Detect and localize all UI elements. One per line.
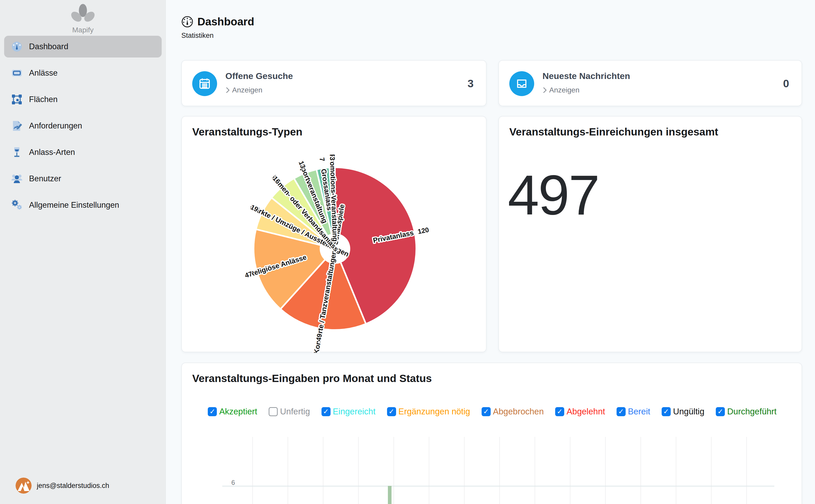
page-header: Dashboard Statistiken xyxy=(181,16,254,40)
sidebar-item-label: Dashboard xyxy=(29,42,68,51)
monthly-status-bar-chart: 6 xyxy=(182,363,803,504)
mapify-logo-icon xyxy=(67,4,98,25)
pie-label: 49 xyxy=(314,333,324,342)
pie-label: 7 xyxy=(318,157,326,162)
document-pen-icon xyxy=(11,120,23,132)
total-submissions-value: 497 xyxy=(508,163,599,227)
total-card-title: Veranstaltungs-Einreichungen insgesamt xyxy=(509,126,718,138)
user-email: jens@stalderstudios.ch xyxy=(37,482,109,490)
pie-label: 3 xyxy=(328,156,336,160)
gauge-icon xyxy=(11,41,23,53)
messages-count: 0 xyxy=(783,61,789,107)
pie-label: 120 xyxy=(417,226,430,236)
sidebar-item-label: Flächen xyxy=(29,95,58,104)
page-subtitle: Statistiken xyxy=(181,32,254,40)
sidebar-item-fl-chen[interactable]: Flächen xyxy=(4,89,162,110)
open-requests-card: Offene Gesuche Anzeigen 3 xyxy=(181,60,487,106)
sidebar-item-benutzer[interactable]: Benutzer xyxy=(4,168,162,190)
app-name: Mapify xyxy=(0,26,166,34)
sidebar: Mapify DashboardAnlässeFlächenAnforderun… xyxy=(0,0,166,504)
user-avatar xyxy=(16,478,32,494)
y-axis-tick-label: 6 xyxy=(231,479,235,486)
sidebar-item-label: Benutzer xyxy=(29,174,61,183)
card-title: Neueste Nachrichten xyxy=(542,71,630,81)
chevron-right-icon xyxy=(225,87,230,94)
users-icon xyxy=(11,173,23,185)
sidebar-item-label: Allgemeine Einstellungen xyxy=(29,200,119,210)
sidebar-nav: DashboardAnlässeFlächenAnforderungenAnla… xyxy=(0,36,166,221)
sidebar-item-anlass-arten[interactable]: Anlass-Arten xyxy=(4,141,162,163)
sidebar-item-label: Anlass-Arten xyxy=(29,148,75,157)
user-account-row[interactable]: jens@stalderstudios.ch xyxy=(0,474,166,497)
sidebar-item-anforderungen[interactable]: Anforderungen xyxy=(4,115,162,137)
chevron-right-icon xyxy=(542,87,547,94)
show-messages-link[interactable]: Anzeigen xyxy=(542,86,580,94)
card-title: Offene Gesuche xyxy=(225,71,293,81)
vector-square-icon xyxy=(11,93,23,105)
show-open-requests-link[interactable]: Anzeigen xyxy=(225,86,262,94)
sidebar-item-allgemeine-einstellungen[interactable]: Allgemeine Einstellungen xyxy=(4,194,162,216)
sidebar-item-anl-sse[interactable]: Anlässe xyxy=(4,62,162,84)
wine-glass-icon xyxy=(11,146,23,158)
sidebar-item-dashboard[interactable]: Dashboard xyxy=(4,36,162,57)
event-types-card: Veranstaltungs-Typen Privatanlass120Konz… xyxy=(181,116,487,352)
latest-messages-card: Neueste Nachrichten Anzeigen 0 xyxy=(498,60,802,106)
status-bar[interactable] xyxy=(388,486,391,504)
event-types-pie-chart: Privatanlass120Konzerte / Tanzveranstalt… xyxy=(182,117,487,353)
total-submissions-card: Veranstaltungs-Einreichungen insgesamt 4… xyxy=(498,116,802,352)
sidebar-item-label: Anforderungen xyxy=(29,121,82,131)
open-requests-count: 3 xyxy=(468,61,474,107)
monthly-status-card: Veranstaltungs-Eingaben pro Monat und St… xyxy=(181,363,802,504)
page-title: Dashboard xyxy=(197,16,254,28)
ticket-icon xyxy=(11,67,23,79)
inbox-icon xyxy=(509,71,534,96)
dashboard-page: Mapify DashboardAnlässeFlächenAnforderun… xyxy=(0,0,815,504)
calendar-icon xyxy=(192,71,217,96)
sidebar-item-label: Anlässe xyxy=(29,68,58,78)
main-content: Dashboard Statistiken Offene Gesuche xyxy=(166,0,815,504)
app-logo: Mapify xyxy=(0,4,166,34)
gears-icon xyxy=(11,199,23,211)
gauge-icon xyxy=(181,16,193,28)
